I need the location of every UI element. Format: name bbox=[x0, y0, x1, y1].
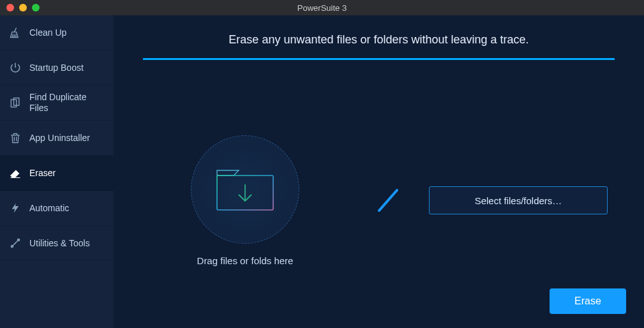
sidebar-item-automatic[interactable]: Automatic bbox=[0, 191, 114, 226]
eraser-icon bbox=[9, 167, 22, 179]
page-headline: Erase any unwanted files or folders with… bbox=[143, 15, 615, 58]
trash-icon bbox=[9, 131, 22, 144]
erase-button[interactable]: Erase bbox=[550, 288, 626, 314]
select-files-button[interactable]: Select files/folders… bbox=[429, 186, 608, 214]
duplicate-files-icon bbox=[9, 96, 22, 109]
dropzone-label: Drag files or folds here bbox=[197, 255, 294, 266]
select-column: Select files/folders… bbox=[429, 186, 615, 214]
sidebar-item-label: Utilities & Tools bbox=[29, 238, 90, 249]
titlebar: PowerSuite 3 bbox=[0, 0, 644, 15]
bolt-icon bbox=[9, 202, 22, 214]
broom-icon bbox=[9, 26, 22, 39]
sidebar-item-duplicates[interactable]: Find Duplicate Files bbox=[0, 86, 114, 121]
sidebar-item-label: Find Duplicate Files bbox=[29, 92, 105, 114]
window-title: PowerSuite 3 bbox=[0, 3, 644, 13]
main-panel: Erase any unwanted files or folders with… bbox=[114, 15, 644, 328]
sidebar-item-label: Startup Boost bbox=[29, 63, 84, 73]
separator-slash-icon bbox=[373, 185, 403, 216]
dropzone-circle bbox=[191, 135, 299, 244]
folder-download-icon bbox=[214, 167, 276, 212]
sidebar-item-cleanup[interactable]: Clean Up bbox=[0, 15, 114, 50]
sidebar-item-eraser[interactable]: Eraser bbox=[0, 156, 114, 191]
sidebar-item-label: Automatic bbox=[29, 203, 69, 214]
tools-icon bbox=[9, 237, 22, 250]
body: Clean Up Startup Boost Find Duplicate Fi… bbox=[0, 15, 644, 328]
sidebar-item-label: Clean Up bbox=[29, 27, 66, 38]
sidebar-item-label: App Uninstaller bbox=[29, 133, 90, 144]
sidebar-item-label: Eraser bbox=[29, 168, 56, 179]
svg-line-5 bbox=[379, 190, 397, 211]
dropzone[interactable]: Drag files or folds here bbox=[143, 135, 347, 266]
center-row: Drag files or folds here Select files/fo… bbox=[143, 60, 615, 328]
sidebar: Clean Up Startup Boost Find Duplicate Fi… bbox=[0, 15, 114, 328]
sidebar-item-uninstaller[interactable]: App Uninstaller bbox=[0, 121, 114, 156]
app-window: PowerSuite 3 Clean Up Startup bbox=[0, 0, 644, 328]
sidebar-item-startup-boost[interactable]: Startup Boost bbox=[0, 50, 114, 86]
sidebar-item-utilities[interactable]: Utilities & Tools bbox=[0, 226, 114, 261]
power-icon bbox=[9, 61, 22, 74]
